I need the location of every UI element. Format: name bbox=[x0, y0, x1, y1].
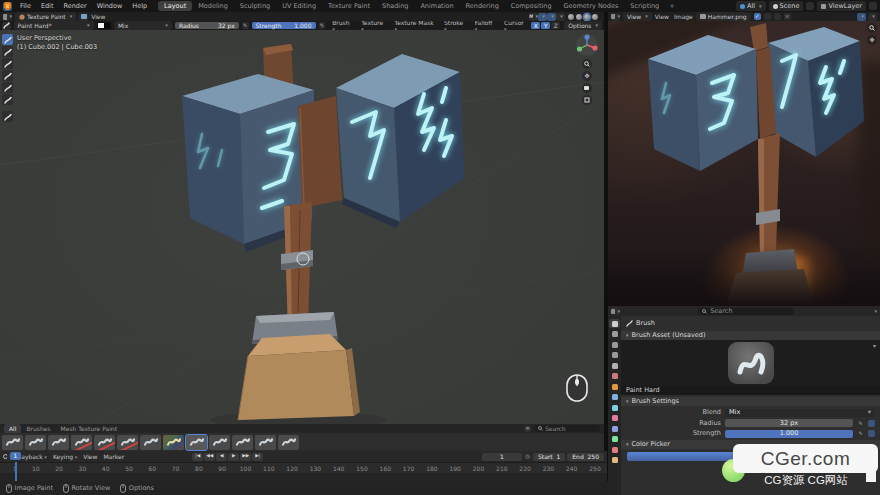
fill-brush[interactable] bbox=[232, 435, 253, 450]
viewlayer-selector[interactable]: ViewLayer bbox=[817, 1, 866, 11]
workspace-tab[interactable]: Scripting bbox=[624, 1, 665, 12]
popover[interactable]: Texture Mask bbox=[392, 21, 437, 30]
blend-dropdown[interactable]: Mix▾ bbox=[725, 409, 875, 417]
image-editor-canvas[interactable]: ✥ bbox=[608, 21, 880, 306]
fake-user-toggle-icon[interactable]: ✓ bbox=[754, 13, 761, 20]
shelf-search-input[interactable]: Search bbox=[534, 425, 600, 432]
navigation-gizmo-icon[interactable] bbox=[575, 33, 599, 57]
workspace-tab[interactable]: Texture Paint bbox=[322, 1, 376, 12]
strength-slider[interactable]: Strength1.000 bbox=[252, 22, 316, 29]
transport-button[interactable]: ▶▶ bbox=[240, 453, 251, 461]
modifiers-tab[interactable] bbox=[609, 393, 620, 402]
tool-tab[interactable] bbox=[609, 319, 620, 328]
scene-scope-dropdown[interactable]: All bbox=[736, 1, 766, 11]
options-dropdown[interactable]: Options bbox=[564, 21, 602, 30]
object-tab[interactable] bbox=[609, 382, 620, 391]
workspace-tab[interactable]: Compositing bbox=[505, 1, 558, 12]
fill-brush-icon[interactable] bbox=[2, 82, 13, 93]
airbrush-brush[interactable] bbox=[48, 435, 69, 450]
clock-icon[interactable]: ◷ bbox=[524, 453, 531, 460]
erase-soft-brush[interactable] bbox=[71, 435, 92, 450]
paint-hard-brush[interactable] bbox=[186, 435, 207, 450]
particles-tab[interactable] bbox=[609, 403, 620, 412]
properties-editor-type-icon[interactable] bbox=[611, 307, 620, 315]
image-pan-hand-icon[interactable]: ✥ bbox=[867, 35, 877, 45]
blur-brush[interactable] bbox=[140, 435, 161, 450]
xray-toggle-icon[interactable] bbox=[556, 13, 565, 21]
erase-hard-brush[interactable] bbox=[94, 435, 115, 450]
paint-blob-brush[interactable] bbox=[25, 435, 46, 450]
clone-brush-icon[interactable] bbox=[2, 70, 13, 81]
image-mode-dropdown[interactable]: View bbox=[623, 12, 652, 21]
preview-dropdown-icon[interactable]: ▾ bbox=[873, 343, 876, 349]
paint-soft-brush[interactable] bbox=[2, 435, 23, 450]
scene-tab[interactable] bbox=[609, 361, 620, 370]
blender-logo-icon[interactable] bbox=[3, 2, 12, 11]
properties-options-icon[interactable] bbox=[872, 308, 877, 315]
view-layer-tab[interactable] bbox=[609, 351, 620, 360]
data-tab[interactable] bbox=[609, 435, 620, 444]
new-scene-button[interactable] bbox=[806, 2, 814, 10]
blend-mode-dropdown[interactable]: Mix bbox=[114, 21, 172, 30]
timeline-menu[interactable]: Marker bbox=[103, 454, 124, 460]
active-image-icon[interactable] bbox=[79, 13, 88, 21]
radius-slider[interactable]: Radius32 px bbox=[175, 22, 239, 29]
playhead[interactable]: 1 bbox=[10, 452, 21, 460]
output-tab[interactable] bbox=[609, 340, 620, 349]
physics-tab[interactable] bbox=[609, 414, 620, 423]
timeline-track[interactable] bbox=[0, 473, 607, 481]
display-channels-icon[interactable] bbox=[857, 13, 866, 21]
image-pin-icon[interactable] bbox=[868, 13, 877, 21]
shading-solid-icon[interactable] bbox=[576, 14, 582, 20]
popover[interactable]: Brush bbox=[330, 21, 354, 30]
workspace-tab[interactable]: Shading bbox=[376, 1, 414, 12]
shelf-tab[interactable]: Brushes bbox=[21, 424, 55, 433]
menu-item[interactable]: Edit bbox=[36, 2, 59, 11]
radius-pressure-icon[interactable]: ✎ bbox=[857, 420, 864, 427]
mode-dropdown[interactable]: Texture Paint bbox=[15, 12, 76, 21]
mirror-toggle[interactable]: Z bbox=[551, 22, 560, 29]
annotate-icon[interactable] bbox=[2, 111, 13, 122]
world-tab[interactable] bbox=[609, 372, 620, 381]
shading-wireframe-icon[interactable] bbox=[568, 14, 574, 20]
soften-brush-icon[interactable] bbox=[2, 46, 13, 57]
mask-brush[interactable] bbox=[255, 435, 276, 450]
gizmo-toggle-icon[interactable] bbox=[538, 13, 547, 21]
properties-search-input[interactable]: Search bbox=[698, 308, 794, 315]
popover[interactable]: Cursor bbox=[502, 21, 528, 30]
render-tab[interactable] bbox=[609, 330, 620, 339]
timeline-menu[interactable]: View bbox=[83, 454, 97, 460]
end-frame-field[interactable]: End 250 bbox=[567, 453, 604, 461]
new-image-icon[interactable] bbox=[764, 13, 771, 20]
clone-texture-brush[interactable] bbox=[163, 435, 184, 450]
editor-type-dropdown[interactable] bbox=[3, 13, 12, 21]
workspace-tab[interactable]: + bbox=[665, 1, 678, 12]
ortho-toggle-icon[interactable] bbox=[582, 95, 592, 105]
timeline-ruler[interactable]: 1102030405060708090100110120130140150160… bbox=[0, 462, 607, 473]
draw-brush[interactable] bbox=[278, 435, 299, 450]
image-editor-menu[interactable]: View bbox=[655, 14, 669, 20]
smear-brush-icon[interactable] bbox=[2, 58, 13, 69]
draw-brush-icon[interactable] bbox=[2, 34, 13, 45]
open-image-icon[interactable] bbox=[774, 13, 781, 20]
radius-slider[interactable]: 32 px bbox=[725, 419, 853, 427]
shelf-tab[interactable]: All bbox=[4, 424, 21, 433]
brush-preview-thumbnail[interactable] bbox=[728, 342, 774, 384]
image-editor-type-dropdown[interactable] bbox=[611, 13, 620, 21]
menu-item[interactable]: File bbox=[15, 2, 36, 11]
color-swatch[interactable] bbox=[97, 22, 111, 29]
image-name-field[interactable]: Hammer.png bbox=[696, 12, 751, 21]
smear-brush[interactable] bbox=[209, 435, 230, 450]
shading-material-icon[interactable] bbox=[584, 14, 590, 20]
texture-tab[interactable] bbox=[609, 456, 620, 465]
erase-airbrush-brush[interactable] bbox=[117, 435, 138, 450]
workspace-tab[interactable]: Modeling bbox=[192, 1, 234, 12]
current-frame-field[interactable]: 1 bbox=[482, 453, 522, 461]
menu-item[interactable]: Render bbox=[58, 2, 91, 11]
zoom-icon[interactable] bbox=[582, 59, 592, 69]
image-editor-menu[interactable]: Image bbox=[674, 14, 693, 20]
snap-magnet-icon[interactable] bbox=[529, 13, 538, 21]
menu-item[interactable]: Help bbox=[127, 2, 152, 11]
camera-view-icon[interactable] bbox=[582, 83, 592, 93]
shading-rendered-icon[interactable] bbox=[592, 14, 598, 20]
